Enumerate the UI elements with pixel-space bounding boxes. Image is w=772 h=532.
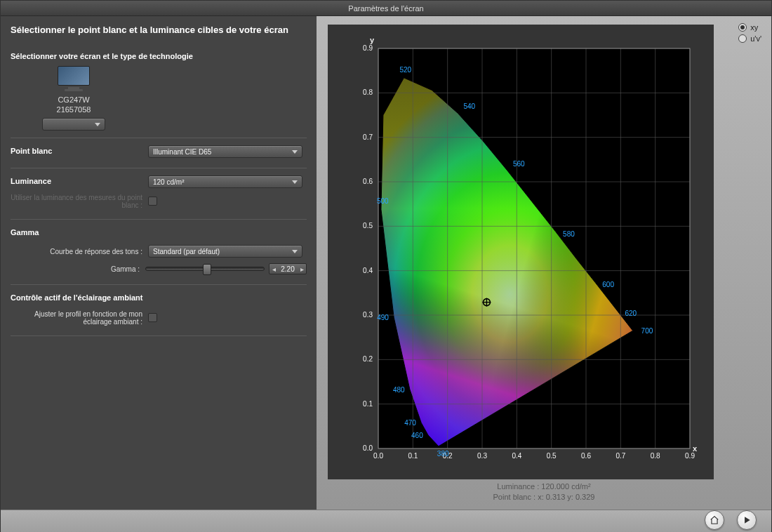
luminance-label: Luminance — [11, 177, 148, 185]
svg-text:x: x — [693, 444, 698, 453]
whitepoint-dropdown[interactable]: Illuminant CIE D65 — [148, 145, 302, 158]
radio-uv-label: u'v' — [750, 34, 761, 43]
monitor-serial: 21657058 — [32, 105, 116, 114]
radio-xy-label: xy — [750, 23, 758, 32]
svg-text:0.4: 0.4 — [363, 267, 373, 274]
svg-text:0.5: 0.5 — [547, 452, 557, 460]
radio-xy[interactable] — [738, 23, 747, 32]
gamma-slider-thumb[interactable] — [203, 264, 211, 275]
svg-text:460: 460 — [411, 432, 423, 439]
luminance-dropdown[interactable]: 120 cd/m² — [148, 175, 302, 188]
gamma-heading: Gamma — [11, 228, 307, 237]
svg-text:0.6: 0.6 — [581, 452, 591, 460]
svg-text:500: 500 — [377, 197, 389, 205]
monitor-model: CG247W — [32, 95, 116, 104]
svg-text:540: 540 — [463, 102, 475, 110]
gamma-stepper[interactable]: ◂ 2.20 ▸ — [269, 263, 307, 274]
svg-text:0.8: 0.8 — [651, 452, 660, 460]
settings-panel: Sélectionner le point blanc et la lumina… — [1, 16, 317, 510]
svg-text:0.9: 0.9 — [685, 452, 695, 460]
chromaticity-panel: xy u'v' 0.00.10.20.30.40.50.60.70.80.90.… — [317, 16, 771, 510]
tone-curve-label: Courbe de réponse des tons : — [11, 248, 148, 255]
svg-text:0.1: 0.1 — [363, 400, 373, 408]
svg-text:0.3: 0.3 — [363, 311, 373, 319]
stepper-increment-icon[interactable]: ▸ — [298, 265, 306, 273]
use-whitepoint-luminance-checkbox[interactable] — [148, 197, 157, 206]
gamma-slider[interactable] — [145, 267, 265, 271]
svg-text:0.6: 0.6 — [363, 178, 373, 185]
chevron-down-icon — [292, 180, 298, 184]
svg-text:0.0: 0.0 — [373, 452, 383, 460]
svg-text:580: 580 — [563, 230, 575, 238]
window-title: Paramètres de l'écran — [1, 1, 771, 16]
ambient-adjust-label: Ajuster le profil en fonction de mon écl… — [11, 310, 148, 326]
svg-text:560: 560 — [513, 160, 525, 168]
svg-text:0.7: 0.7 — [363, 133, 373, 141]
monitor-icon — [58, 66, 90, 91]
technology-heading: Sélectionner votre écran et le type de t… — [11, 52, 307, 60]
next-button[interactable] — [737, 510, 757, 530]
cie-chart-svg[interactable]: 0.00.10.20.30.40.50.60.70.80.90.00.10.20… — [338, 32, 704, 472]
page-heading: Sélectionner le point blanc et la lumina… — [11, 25, 307, 35]
svg-text:0.3: 0.3 — [477, 452, 487, 460]
chevron-down-icon — [292, 150, 298, 154]
footer: Accueil Suivant — [1, 510, 771, 532]
svg-text:0.0: 0.0 — [363, 444, 373, 452]
luminance-value: 120 cd/m² — [153, 178, 184, 186]
gamma-label: Gamma : — [11, 265, 145, 273]
ambient-adjust-checkbox[interactable] — [148, 313, 157, 322]
whitepoint-readout: Point blanc : x: 0.313 y: 0.329 — [325, 493, 763, 501]
main-area: Sélectionner le point blanc et la lumina… — [1, 16, 771, 510]
svg-text:600: 600 — [602, 281, 614, 288]
svg-text:0.9: 0.9 — [363, 44, 373, 52]
svg-text:0.4: 0.4 — [512, 452, 521, 460]
tone-curve-value: Standard (par défaut) — [153, 248, 220, 255]
chevron-down-icon — [292, 250, 298, 253]
svg-text:0.7: 0.7 — [615, 452, 625, 460]
svg-text:520: 520 — [400, 66, 412, 74]
tone-curve-dropdown[interactable]: Standard (par défaut) — [148, 245, 302, 258]
svg-text:0.2: 0.2 — [363, 355, 373, 363]
ambient-heading: Contrôle actif de l'éclairage ambiant — [11, 293, 307, 302]
technology-dropdown[interactable] — [42, 118, 105, 131]
monitor-selector[interactable]: CG247W 21657058 — [32, 66, 116, 131]
stepper-decrement-icon[interactable]: ◂ — [269, 265, 278, 273]
svg-text:620: 620 — [625, 310, 637, 317]
svg-text:480: 480 — [393, 386, 405, 394]
svg-text:0.8: 0.8 — [363, 88, 373, 96]
home-button[interactable] — [705, 510, 724, 530]
chevron-down-icon — [95, 123, 100, 126]
use-whitepoint-luminance-label: Utiliser la luminance des mesures du poi… — [11, 194, 148, 209]
svg-text:0.1: 0.1 — [408, 452, 418, 460]
coordinate-toggle: xy u'v' — [738, 23, 761, 43]
svg-text:y: y — [370, 36, 375, 44]
cie-chart[interactable]: 0.00.10.20.30.40.50.60.70.80.90.00.10.20… — [328, 25, 714, 479]
gamma-value: 2.20 — [278, 265, 298, 273]
whitepoint-value: Illuminant CIE D65 — [153, 148, 211, 156]
svg-text:490: 490 — [377, 314, 389, 321]
screen-settings-window: Paramètres de l'écran Sélectionner le po… — [0, 0, 772, 532]
luminance-readout: Luminance : 120.000 cd/m² — [325, 482, 763, 491]
whitepoint-label: Point blanc — [11, 147, 148, 155]
svg-text:700: 700 — [641, 327, 653, 335]
play-icon — [742, 515, 752, 525]
svg-text:0.5: 0.5 — [363, 222, 373, 230]
radio-uv[interactable] — [738, 34, 747, 43]
svg-text:380: 380 — [437, 450, 449, 458]
home-icon — [710, 515, 719, 525]
svg-text:470: 470 — [404, 419, 416, 427]
